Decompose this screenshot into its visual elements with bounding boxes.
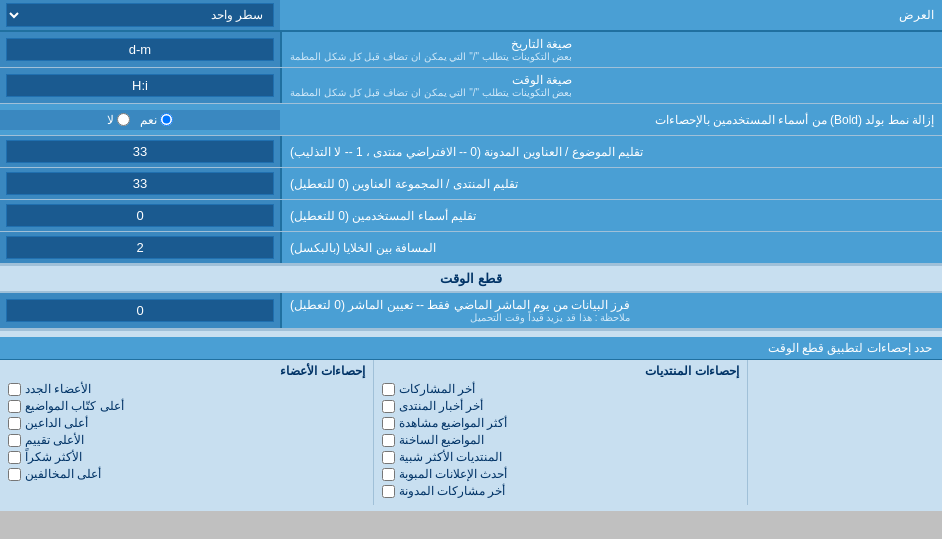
trim-users-input[interactable] — [6, 204, 274, 227]
distance-row: المسافة بين الخلايا (بالبكسل) — [0, 232, 942, 264]
checkbox-item-blog-posts: أخر مشاركات المدونة — [382, 484, 739, 498]
date-format-row: صيغة التاريخ بعض التكوينات يتطلب "/" الت… — [0, 32, 942, 68]
bold-yes-radio[interactable] — [160, 113, 173, 126]
date-format-input-wrapper — [0, 32, 280, 67]
bold-remove-options: نعم لا — [0, 110, 280, 130]
checkbox-item-latest-ads: أحدث الإعلانات المبوبة — [382, 467, 739, 481]
cutoff-days-row: فرز البيانات من يوم الماشر الماضي فقط --… — [0, 293, 942, 329]
trim-forums-input[interactable] — [6, 172, 274, 195]
cb-last-posts[interactable] — [382, 383, 395, 396]
bold-remove-label: إزالة نمط بولد (Bold) من أسماء المستخدمي… — [280, 108, 942, 132]
member-stats-header: إحصاءات الأعضاء — [8, 364, 365, 378]
trim-forums-input-wrapper — [0, 168, 280, 199]
distance-input[interactable] — [6, 236, 274, 259]
date-format-input[interactable] — [6, 38, 274, 61]
trim-topics-input-wrapper — [0, 136, 280, 167]
cb-top-posters[interactable] — [8, 400, 21, 413]
trim-topics-row: تقليم الموضوع / العناوين المدونة (0 -- ا… — [0, 136, 942, 168]
cb-most-viewed[interactable] — [382, 417, 395, 430]
forum-stats-header: إحصاءات المنتديات — [382, 364, 739, 378]
cutoff-days-input-wrapper — [0, 293, 280, 328]
cb-hot-topics[interactable] — [382, 434, 395, 447]
checkbox-item-popular-forums: المنتديات الأكثر شبية — [382, 450, 739, 464]
main-container: العرض سطر واحد سطران ثلاثة أسطر صيغة الت… — [0, 0, 942, 511]
date-format-label: صيغة التاريخ بعض التكوينات يتطلب "/" الت… — [280, 32, 942, 67]
checkbox-item-top-violators: أعلى المخالفين — [8, 467, 365, 481]
trim-users-label: تقليم أسماء المستخدمين (0 للتعطيل) — [280, 200, 942, 231]
distance-label: المسافة بين الخلايا (بالبكسل) — [280, 232, 942, 263]
cb-popular-forums[interactable] — [382, 451, 395, 464]
trim-topics-input[interactable] — [6, 140, 274, 163]
trim-users-input-wrapper — [0, 200, 280, 231]
checkbox-col-forums: إحصاءات المنتديات أخر المشاركات أخر أخبا… — [373, 360, 747, 505]
checkboxes-grid: إحصاءات المنتديات أخر المشاركات أخر أخبا… — [0, 360, 942, 505]
time-format-input-wrapper — [0, 68, 280, 103]
display-select[interactable]: سطر واحد سطران ثلاثة أسطر — [6, 3, 274, 27]
checkboxes-section: حدد إحصاءات لتطبيق قطع الوقت إحصاءات الم… — [0, 329, 942, 511]
checkbox-item-top-inviters: أعلى الداعين — [8, 416, 365, 430]
cb-top-rated[interactable] — [8, 434, 21, 447]
checkbox-col-members: إحصاءات الأعضاء الأعضاء الجدد أعلى كتّاب… — [0, 360, 373, 505]
trim-forums-label: تقليم المنتدى / المجموعة العناوين (0 للت… — [280, 168, 942, 199]
display-label: العرض — [280, 3, 942, 27]
time-format-input[interactable] — [6, 74, 274, 97]
cutoff-header: قطع الوقت — [0, 264, 942, 293]
checkbox-item-last-posts: أخر المشاركات — [382, 382, 739, 396]
cb-latest-ads[interactable] — [382, 468, 395, 481]
checkbox-col-empty — [747, 360, 942, 505]
bold-yes-label[interactable]: نعم — [140, 113, 173, 127]
cutoff-days-label: فرز البيانات من يوم الماشر الماضي فقط --… — [280, 293, 942, 328]
display-select-wrapper: سطر واحد سطران ثلاثة أسطر — [0, 0, 280, 30]
cb-top-inviters[interactable] — [8, 417, 21, 430]
time-format-row: صيغة الوقت بعض التكوينات يتطلب "/" التي … — [0, 68, 942, 104]
cb-top-violators[interactable] — [8, 468, 21, 481]
bold-no-radio[interactable] — [117, 113, 130, 126]
trim-topics-label: تقليم الموضوع / العناوين المدونة (0 -- ا… — [280, 136, 942, 167]
cb-blog-posts[interactable] — [382, 485, 395, 498]
checkbox-item-top-rated: الأعلى تقييم — [8, 433, 365, 447]
checkbox-item-new-members: الأعضاء الجدد — [8, 382, 365, 396]
time-format-label: صيغة الوقت بعض التكوينات يتطلب "/" التي … — [280, 68, 942, 103]
bold-remove-row: إزالة نمط بولد (Bold) من أسماء المستخدمي… — [0, 104, 942, 136]
trim-users-row: تقليم أسماء المستخدمين (0 للتعطيل) — [0, 200, 942, 232]
checkboxes-header: حدد إحصاءات لتطبيق قطع الوقت — [0, 337, 942, 360]
checkbox-item-hot-topics: المواضيع الساخنة — [382, 433, 739, 447]
distance-input-wrapper — [0, 232, 280, 263]
cb-news[interactable] — [382, 400, 395, 413]
checkbox-item-top-posters: أعلى كتّاب المواضيع — [8, 399, 365, 413]
checkbox-item-news: أخر أخبار المنتدى — [382, 399, 739, 413]
trim-forums-row: تقليم المنتدى / المجموعة العناوين (0 للت… — [0, 168, 942, 200]
cb-new-members[interactable] — [8, 383, 21, 396]
display-row: العرض سطر واحد سطران ثلاثة أسطر — [0, 0, 942, 32]
bold-no-label[interactable]: لا — [107, 113, 130, 127]
cb-most-thanked[interactable] — [8, 451, 21, 464]
checkbox-item-most-thanked: الأكثر شكراً — [8, 450, 365, 464]
checkbox-item-most-viewed: أكثر المواضيع مشاهدة — [382, 416, 739, 430]
cutoff-days-input[interactable] — [6, 299, 274, 322]
